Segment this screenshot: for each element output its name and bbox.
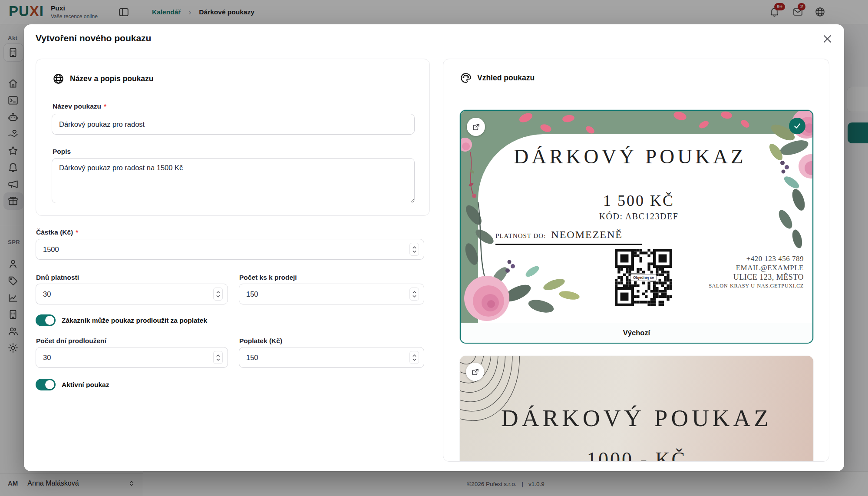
chevron-up-icon [216,291,220,294]
external-link-icon [472,123,480,131]
quantity-stepper[interactable] [409,288,419,301]
contact-phone: +420 123 456 789 [709,254,804,263]
voucher-validity: PLATNOST DO: NEOMEZENĚ [495,229,642,245]
extend-toggle-row: Zákazník může poukaz prodloužit za popla… [36,314,207,326]
voucher-template-selected[interactable]: DÁRKOVÝ POUKAZ 1 500 KČ KÓD: ABC123DEF P… [460,110,813,344]
voucher-artwork: DÁRKOVÝ POUKAZ 1000,- KČ [460,356,813,462]
contact-website: SALON-KRASY-U-NAS.GETPUXI.CZ [709,282,804,290]
section-header-design: Vzhled poukazu [460,72,535,84]
required-mark: * [76,228,78,236]
external-link-icon [471,368,479,376]
close-button[interactable] [821,32,834,45]
validity-days-field [36,284,228,304]
fee-label: Poplatek (Kč) [239,337,282,345]
voucher-title: DÁRKOVÝ POUKAZ [460,404,813,432]
validity-value: NEOMEZENĚ [551,229,623,241]
validity-days-stepper[interactable] [213,288,223,301]
globe-icon [53,73,64,85]
qr-code: Objednej se [615,249,672,306]
section-title: Vzhled poukazu [477,73,535,83]
chevron-down-icon [413,358,416,361]
voucher-name-input[interactable] [52,114,415,135]
extend-days-field [36,347,228,368]
voucher-template-alternate[interactable]: DÁRKOVÝ POUKAZ 1000,- KČ [460,356,813,462]
chevron-up-icon [413,291,416,294]
modal-title: Vytvoření nového poukazu [36,33,151,43]
description-label: Popis [53,148,71,155]
contact-email: EMAIL@EXAMPLE [709,263,804,272]
amount-field [36,239,424,260]
required-mark: * [104,103,106,110]
open-preview-button[interactable] [466,363,484,381]
create-voucher-modal: Vytvoření nového poukazu Název a popis p… [24,24,844,471]
chevron-up-icon [413,246,416,249]
toggle-knob [45,380,54,389]
voucher-code: KÓD: ABC123DEF [478,212,799,222]
chevron-up-icon [413,354,416,357]
validity-days-input[interactable] [36,284,228,304]
section-title: Název a popis poukazu [70,74,154,83]
extend-days-stepper[interactable] [213,351,223,364]
amount-input[interactable] [36,239,424,260]
extend-toggle-label: Zákazník může poukaz prodloužit za popla… [62,317,207,324]
chevron-up-icon [216,354,220,357]
chevron-down-icon [216,358,220,361]
selected-check-badge [789,118,805,134]
amount-stepper[interactable] [409,243,419,256]
open-preview-button[interactable] [467,118,485,136]
voucher-amount: 1000,- KČ [460,448,813,462]
active-toggle[interactable] [36,379,56,390]
voucher-amount: 1 500 KČ [478,192,799,210]
voucher-contact-block: +420 123 456 789 EMAIL@EXAMPLE ULICE 123… [709,254,804,290]
extend-days-input[interactable] [36,347,228,368]
quantity-field [239,284,424,304]
chevron-down-icon [413,250,416,253]
chevron-down-icon [216,295,220,298]
voucher-artwork: DÁRKOVÝ POUKAZ 1 500 KČ KÓD: ABC123DEF P… [461,111,812,324]
palette-icon [460,72,472,84]
section-header-name: Název a popis poukazu [53,73,154,85]
fee-stepper[interactable] [409,351,419,364]
voucher-name-label: Název poukazu* [53,103,106,110]
description-textarea[interactable]: Dárkový poukaz pro radost na 1500 Kč [52,158,415,203]
extend-toggle[interactable] [36,314,56,326]
contact-address: ULICE 123, MĚSTO [709,272,804,282]
active-toggle-label: Aktivní poukaz [62,381,109,389]
toggle-knob [45,316,54,325]
quantity-label: Počet ks k prodeji [239,274,297,281]
qr-label: Objednej se [630,274,657,281]
voucher-title: DÁRKOVÝ POUKAZ [461,145,799,168]
active-toggle-row: Aktivní poukaz [36,379,109,390]
validity-days-label: Dnů platnosti [36,274,79,281]
voucher-default-badge: Výchozí [461,323,812,343]
close-icon [822,33,833,44]
voucher-design-card: Vzhled poukazu [443,59,829,462]
extend-days-label: Počet dní prodloužení [36,337,106,345]
fee-field [239,347,424,368]
chevron-down-icon [413,295,416,298]
amount-label: Částka (Kč)* [36,228,78,236]
fee-input[interactable] [239,347,424,368]
validity-label: PLATNOST DO: [495,232,546,240]
quantity-input[interactable] [239,284,424,304]
check-icon [793,122,802,130]
name-description-card: Název a popis poukazu Název poukazu* Pop… [36,59,430,216]
